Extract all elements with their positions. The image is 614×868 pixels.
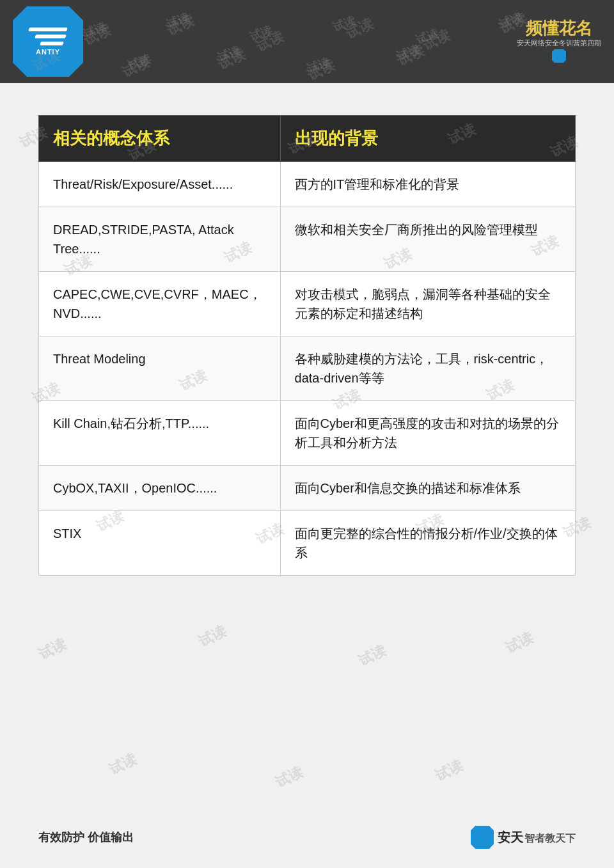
watermark: 试读 (305, 54, 332, 77)
logo-icon (29, 28, 67, 45)
concepts-table: 相关的概念体系 出现的背景 Threat/Risk/Exposure/Asset… (38, 115, 576, 576)
brand-sub: 安天网络安全冬训营第四期 (517, 38, 601, 48)
antiy-badge-logo (552, 49, 566, 63)
footer-logo-icon (471, 826, 494, 849)
watermark: 试读 (248, 22, 274, 45)
table-cell-left: DREAD,STRIDE,PASTA, Attack Tree...... (39, 207, 281, 272)
brand-name: 频懂花名 (517, 20, 601, 37)
table-cell-right: 西方的IT管理和标准化的背景 (280, 162, 575, 207)
watermark: 试读 (414, 26, 441, 48)
watermark: 试读 (503, 628, 537, 658)
watermark: 试读 (395, 42, 421, 64)
watermark: 试读 (356, 641, 390, 670)
watermark: 试读 (36, 635, 70, 664)
main-content: 相关的概念体系 出现的背景 Threat/Risk/Exposure/Asset… (0, 83, 614, 601)
footer-slogan: 有效防护 价值输出 (38, 830, 134, 845)
table-cell-left: Threat/Risk/Exposure/Asset...... (39, 162, 281, 207)
watermark: 试读 (331, 13, 358, 35)
table-cell-right: 面向更完整的综合性的情报分析/作业/交换的体系 (280, 511, 575, 576)
antiy-badge (517, 49, 601, 63)
watermark: 试读 (432, 756, 466, 785)
table-cell-left: Kill Chain,钻石分析,TTP...... (39, 401, 281, 466)
table-cell-right: 微软和相关安全厂商所推出的风险管理模型 (280, 207, 575, 272)
table-row: Threat Modeling各种威胁建模的方法论，工具，risk-centri… (39, 336, 576, 401)
table-cell-left: CAPEC,CWE,CVE,CVRF，MAEC，NVD...... (39, 272, 281, 336)
table-row: CAPEC,CWE,CVE,CVRF，MAEC，NVD......对攻击模式，脆… (39, 272, 576, 336)
table-cell-right: 各种威胁建模的方法论，工具，risk-centric，data-driven等等 (280, 336, 575, 401)
logo-text: ANTIY (36, 48, 60, 56)
table-cell-right: 面向Cyber和更高强度的攻击和对抗的场景的分析工具和分析方法 (280, 401, 575, 466)
table-row: CybOX,TAXII，OpenIOC......面向Cyber和信息交换的描述… (39, 466, 576, 511)
watermark: 试读 (272, 762, 306, 792)
table-row: DREAD,STRIDE,PASTA, Attack Tree......微软和… (39, 207, 576, 272)
watermark: 试读 (196, 622, 230, 651)
table-row: Threat/Risk/Exposure/Asset......西方的IT管理和… (39, 162, 576, 207)
logo: ANTIY (13, 6, 83, 77)
header-brand: 频懂花名 安天网络安全冬训营第四期 (517, 20, 601, 63)
watermark: 试读 (216, 43, 242, 65)
table-cell-right: 对攻击模式，脆弱点，漏洞等各种基础的安全元素的标定和描述结构 (280, 272, 575, 336)
watermark: 试读 (126, 51, 153, 74)
table-row: STIX面向更完整的综合性的情报分析/作业/交换的体系 (39, 511, 576, 576)
col1-header: 相关的概念体系 (39, 116, 281, 162)
footer-brand: 安天智者教天下 (498, 829, 576, 846)
watermark: 试读 (81, 19, 108, 42)
table-row: Kill Chain,钻石分析,TTP......面向Cyber和更高强度的攻击… (39, 401, 576, 466)
watermark: 试读 (106, 750, 140, 779)
table-cell-left: CybOX,TAXII，OpenIOC...... (39, 466, 281, 511)
page-footer: 有效防护 价值输出 安天智者教天下 (38, 826, 576, 849)
table-cell-left: Threat Modeling (39, 336, 281, 401)
footer-logo: 安天智者教天下 (471, 826, 576, 849)
watermark: 试读 (164, 10, 191, 32)
page-header: 试读 试读 试读 试读 试读 试读 试读 试读 试读 试读 试读 ANTIY 频… (0, 0, 614, 83)
footer-brand-sub: 智者教天下 (524, 833, 576, 844)
table-cell-right: 面向Cyber和信息交换的描述和标准体系 (280, 466, 575, 511)
col2-header: 出现的背景 (280, 116, 575, 162)
table-cell-left: STIX (39, 511, 281, 576)
